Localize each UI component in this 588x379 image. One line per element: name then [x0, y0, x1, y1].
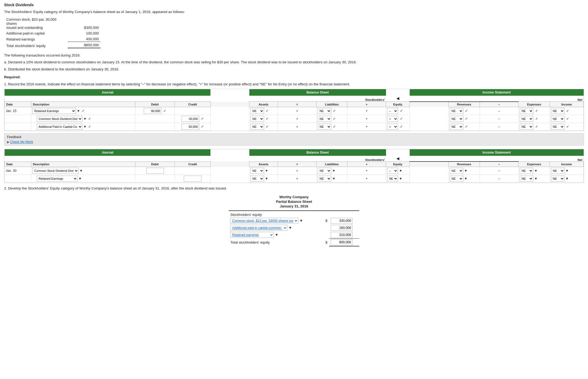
- bs-desc-select-2[interactable]: Additional paid-in capital-common stock …: [230, 225, 287, 231]
- liab-check-2: ✓: [333, 117, 336, 121]
- check-icon-3: ✓: [88, 125, 91, 129]
- rev-arrow-4: ▼: [464, 169, 467, 173]
- bs-total-input[interactable]: [331, 239, 353, 245]
- assets-select-3[interactable]: NE+–: [250, 124, 264, 130]
- ni-arrow-5: ▼: [565, 177, 569, 181]
- rev-select-1[interactable]: NE+–: [450, 108, 463, 114]
- ni-select-1[interactable]: NE+–: [551, 108, 565, 114]
- liab-select-5[interactable]: NE+–: [318, 176, 331, 182]
- credit-cell-5: [175, 175, 210, 183]
- exp-cell-3: NE+– ✓: [519, 123, 550, 131]
- exp-select-4[interactable]: NE+–: [520, 168, 533, 174]
- rev-select-2[interactable]: NE+–: [450, 116, 463, 122]
- ni-select-2[interactable]: NE+–: [551, 116, 565, 122]
- bs-dropdown-arrow-1: ▼: [299, 219, 303, 223]
- credit-check-2: ✓: [201, 117, 204, 121]
- debit-input-4[interactable]: [146, 168, 164, 174]
- equity-select-3[interactable]: NE+–: [387, 124, 398, 130]
- bs-desc-select-1[interactable]: Common stock, $10 par, 33000 shares issu…: [230, 218, 298, 224]
- equity-arrow-5: ▼: [399, 177, 402, 181]
- equity-select-2[interactable]: NE+–: [387, 116, 398, 122]
- rev-select-5[interactable]: NE+–: [450, 176, 463, 182]
- bs-desc-select-3[interactable]: Retained earnings Common stock, $10 par,…: [230, 232, 274, 238]
- credit-input-3[interactable]: [182, 124, 199, 130]
- col-debit-2: Debit: [135, 161, 175, 167]
- title-text: Stock Dividends: [4, 3, 584, 7]
- check-work-arrow: ▶: [7, 140, 10, 144]
- desc-select-2[interactable]: Common Stock Dividend Distributable Reta…: [37, 116, 82, 122]
- credit-input-2[interactable]: [182, 116, 199, 122]
- stockholders-label-2: Stockholders': [365, 158, 385, 161]
- liab-select-3[interactable]: NE+–: [318, 124, 331, 130]
- desc-cell-3: Retained Earnings Common Stock Dividend …: [31, 123, 135, 131]
- bs-input-3[interactable]: [331, 232, 353, 238]
- liab-select-1[interactable]: NE+–: [318, 108, 331, 114]
- bs-input-2[interactable]: [331, 225, 353, 231]
- assets-check-2: ✓: [266, 117, 268, 121]
- exp-arrow-5: ▼: [534, 177, 538, 181]
- desc-cell-5: Retained Earnings Common Stock Dividend …: [31, 175, 135, 183]
- liab-select-2[interactable]: NE+–: [318, 116, 331, 122]
- liab-cell-3: NE+– ✓: [316, 123, 347, 131]
- table-row: Retained Earnings Common Stock Dividend …: [5, 123, 584, 131]
- assets-select-5[interactable]: NE+–: [250, 176, 264, 182]
- ni-select-4[interactable]: NE+–: [551, 168, 565, 174]
- balance-value-3: 400,000: [68, 36, 100, 42]
- desc-select-3[interactable]: Retained Earnings Common Stock Dividend …: [37, 124, 82, 130]
- col-assets: Assets: [249, 102, 278, 107]
- desc-cell-4: Common Stock Dividend Distributable Reta…: [31, 167, 135, 175]
- rev-cell-1: NE+– ✓: [448, 107, 480, 115]
- liab-select-4[interactable]: NE+–: [318, 168, 331, 174]
- equity-select-4[interactable]: NE+–: [387, 168, 398, 174]
- balance-label-3: Retained earnings: [5, 36, 67, 42]
- col-exp-2: Expenses: [519, 161, 550, 167]
- rev-select-3[interactable]: NE+–: [450, 124, 463, 130]
- exp-select-1[interactable]: NE+–: [520, 108, 533, 114]
- col-rev-2: Revenues: [448, 161, 480, 167]
- debit-input-1[interactable]: [144, 108, 161, 114]
- bs-company: Worthy Company: [4, 195, 584, 199]
- net-label: Net: [578, 98, 583, 101]
- ni-cell-4: NE+– ▼: [550, 167, 583, 175]
- equity-select-5[interactable]: NE+–: [387, 176, 398, 182]
- desc-select-1[interactable]: Retained Earnings Common Stock Dividend …: [32, 108, 76, 114]
- balance-value-2: 100,000: [68, 31, 100, 36]
- dropdown-arrow-1: ▼: [77, 109, 80, 113]
- desc-select-5[interactable]: Retained Earnings Common Stock Dividend …: [37, 176, 78, 182]
- exp-cell-2: NE+– ✓: [519, 115, 550, 123]
- exp-select-3[interactable]: NE+–: [520, 124, 533, 130]
- balance-sheet-header: Balance Sheet: [249, 89, 386, 96]
- bs-dollar-1: $: [321, 217, 329, 224]
- assets-select-1[interactable]: NE+–: [250, 108, 264, 114]
- assets-select-2[interactable]: NE+–: [250, 116, 264, 122]
- q2-instruction: 2. Develop the Stockholders' Equity cate…: [4, 186, 584, 191]
- exp-select-2[interactable]: NE+–: [520, 116, 533, 122]
- check-work-link[interactable]: Check My Work: [10, 140, 33, 144]
- assets-select-4[interactable]: NE+–: [250, 168, 264, 174]
- bs-input-1[interactable]: [331, 218, 353, 224]
- col-eq-2: =: [278, 161, 316, 167]
- col-minus-2: –: [480, 161, 519, 167]
- desc-cell-2: Common Stock Dividend Distributable Reta…: [31, 115, 135, 123]
- ni-select-3[interactable]: NE+–: [551, 124, 565, 130]
- desc-select-4[interactable]: Common Stock Dividend Distributable Reta…: [32, 168, 79, 174]
- col-equity: Equity: [386, 102, 410, 107]
- balance-label-4: Total stockholders' equity: [5, 42, 67, 48]
- transactions-header: The following transactions occurred duri…: [4, 53, 584, 58]
- ni-select-5[interactable]: NE+–: [551, 176, 565, 182]
- eq-sign-1: =: [278, 107, 316, 115]
- equity-select-1[interactable]: NE+–: [387, 108, 398, 114]
- assets-check-1: ✓: [266, 109, 268, 113]
- plus-sign-1: +: [347, 107, 386, 115]
- col-minus: –: [480, 102, 519, 107]
- col-debit: Debit: [135, 102, 175, 107]
- credit-input-5[interactable]: [184, 176, 201, 182]
- debit-cell-2: [135, 115, 175, 123]
- ni-check-3: ✓: [566, 125, 569, 129]
- exp-select-5[interactable]: NE+–: [520, 176, 533, 182]
- rev-select-4[interactable]: NE+–: [450, 168, 463, 174]
- plus-sign-2: +: [347, 115, 386, 123]
- col-equity-2: Equity: [386, 161, 410, 167]
- equity-cell-4: NE+– ▼: [386, 167, 410, 175]
- credit-cell-4: [175, 167, 210, 175]
